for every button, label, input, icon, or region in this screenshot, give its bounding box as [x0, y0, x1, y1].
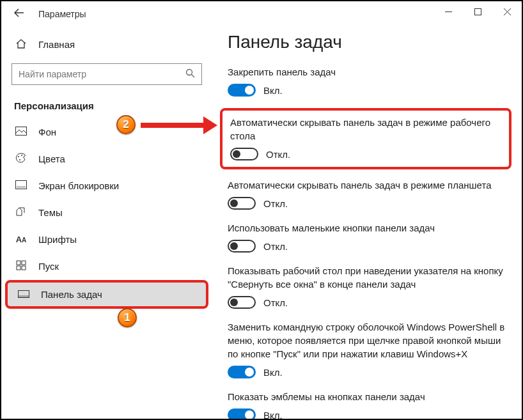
svg-rect-17 [19, 295, 29, 297]
svg-point-7 [18, 156, 19, 157]
settings-window: Параметры Главная Найти параметр Персона… [0, 0, 523, 420]
setting-autohide-tablet: Автоматически скрывать панель задач в ре… [228, 178, 506, 210]
fonts-icon: AA [14, 235, 28, 244]
svg-rect-14 [17, 266, 20, 270]
setting-label: Автоматически скрывать панель задач в ре… [230, 116, 501, 143]
setting-peek-desktop: Показывать рабочий стол при наведении ук… [228, 264, 506, 309]
highlight-autohide-desktop: Автоматически скрывать панель задач в ре… [220, 108, 511, 169]
svg-rect-1 [474, 8, 481, 15]
sidebar-item-label: Цвета [38, 153, 65, 164]
sidebar-item-colors[interactable]: Цвета [1, 145, 212, 173]
sidebar-item-fonts[interactable]: AA Шрифты [1, 226, 212, 253]
svg-rect-11 [17, 186, 26, 188]
toggle-state: Вкл. [263, 85, 283, 96]
toggle-small-buttons[interactable] [228, 240, 256, 253]
nav-home[interactable]: Главная [1, 33, 212, 61]
sidebar-item-start[interactable]: Пуск [1, 253, 212, 280]
setting-label: Автоматически скрывать панель задач в ре… [228, 178, 506, 192]
sidebar-item-label: Темы [38, 207, 63, 218]
svg-point-9 [21, 155, 22, 156]
toggle-lock-taskbar[interactable] [228, 84, 256, 97]
annotation-arrow [141, 119, 217, 132]
search-input[interactable]: Найти параметр [12, 63, 202, 85]
search-icon [185, 68, 195, 80]
svg-point-4 [187, 70, 192, 75]
toggle-state: Вкл. [263, 410, 283, 419]
category-title: Персонализация [1, 94, 212, 119]
annotation-badge-1: 1 [118, 308, 137, 327]
maximize-button[interactable] [463, 1, 492, 22]
sidebar-item-taskbar[interactable]: Панель задач [5, 280, 208, 309]
sidebar-item-label: Экран блокировки [38, 180, 119, 191]
setting-label: Показывать рабочий стол при наведении ук… [228, 264, 506, 291]
svg-rect-12 [17, 261, 20, 265]
annotation-badge-2: 2 [116, 115, 136, 134]
sidebar-item-label: Пуск [38, 261, 59, 272]
picture-icon [14, 127, 28, 137]
sidebar-item-lockscreen[interactable]: Экран блокировки [1, 173, 212, 199]
page-heading: Панель задач [228, 32, 506, 52]
toggle-autohide-tablet[interactable] [228, 197, 256, 210]
setting-label: Закрепить панель задач [228, 65, 506, 79]
toggle-state: Вкл. [263, 367, 283, 378]
toggle-autohide-desktop[interactable] [230, 148, 258, 160]
setting-small-buttons: Использовать маленькие кнопки панели зад… [228, 221, 506, 253]
svg-line-5 [192, 75, 195, 78]
sidebar-item-themes[interactable]: Темы [1, 199, 212, 226]
svg-rect-13 [22, 261, 26, 265]
svg-rect-6 [16, 127, 27, 136]
search-placeholder: Найти параметр [19, 69, 86, 79]
toggle-state: Откл. [263, 297, 288, 308]
sidebar: Главная Найти параметр Персонализация Фо… [1, 27, 212, 419]
window-controls [433, 1, 522, 22]
setting-label: Показать эмблемы на кнопках панели задач [228, 390, 506, 403]
taskbar-icon [17, 289, 31, 300]
setting-autohide-desktop: Автоматически скрывать панель задач в ре… [230, 116, 501, 160]
sidebar-item-label: Фон [38, 127, 56, 137]
setting-powershell: Заменить командную строку оболочкой Wind… [228, 320, 506, 378]
svg-rect-15 [22, 266, 26, 270]
toggle-state: Откл. [263, 241, 288, 252]
main-panel: Панель задач Закрепить панель задач Вкл.… [212, 27, 522, 419]
setting-label: Использовать маленькие кнопки панели зад… [228, 221, 506, 235]
setting-label: Заменить командную строку оболочкой Wind… [228, 320, 506, 361]
toggle-peek-desktop[interactable] [228, 296, 256, 309]
svg-point-8 [19, 159, 20, 160]
minimize-button[interactable] [433, 1, 463, 22]
toggle-badges[interactable] [228, 408, 256, 419]
toggle-state: Откл. [263, 198, 288, 209]
window-title: Параметры [38, 9, 86, 19]
back-button[interactable] [14, 8, 27, 20]
start-icon [14, 260, 28, 272]
sidebar-item-label: Шрифты [38, 234, 77, 245]
themes-icon [14, 206, 28, 219]
home-icon [14, 38, 28, 51]
toggle-state: Откл. [266, 149, 290, 160]
lockscreen-icon [14, 180, 28, 191]
setting-badges: Показать эмблемы на кнопках панели задач… [228, 390, 506, 419]
sidebar-item-label: Панель задач [41, 289, 102, 300]
toggle-powershell[interactable] [228, 366, 256, 378]
setting-lock-taskbar: Закрепить панель задач Вкл. [228, 65, 506, 97]
nav-home-label: Главная [38, 39, 75, 50]
palette-icon [14, 153, 28, 165]
close-button[interactable] [492, 1, 522, 22]
